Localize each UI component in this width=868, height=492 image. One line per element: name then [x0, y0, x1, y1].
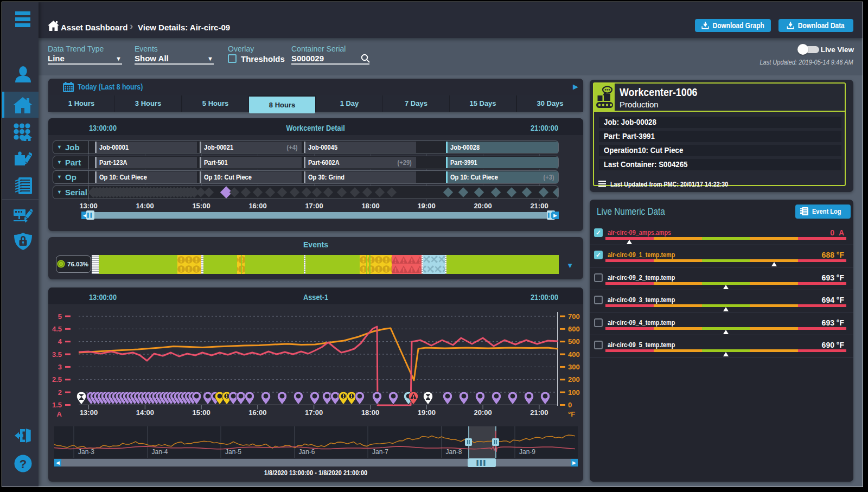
svg-text:700: 700 [568, 312, 580, 321]
svg-text:Jan-7: Jan-7 [372, 448, 388, 456]
svg-text:3.5: 3.5 [52, 350, 62, 359]
svg-text:Jan-5: Jan-5 [225, 448, 241, 456]
svg-text:16:00: 16:00 [248, 408, 266, 417]
svg-text:15:00: 15:00 [192, 408, 210, 417]
svg-text:500: 500 [568, 337, 580, 346]
svg-text:600: 600 [568, 325, 580, 333]
svg-text:21:00: 21:00 [530, 408, 548, 417]
svg-text:Jan-3: Jan-3 [78, 448, 94, 456]
svg-text:3: 3 [58, 363, 62, 371]
svg-text:5: 5 [58, 312, 62, 321]
svg-text:Jan-4: Jan-4 [152, 448, 168, 456]
svg-text:4: 4 [58, 337, 62, 346]
svg-text:300: 300 [568, 363, 580, 371]
svg-text:17:00: 17:00 [305, 408, 323, 417]
svg-text:2: 2 [58, 388, 62, 397]
svg-text:Jan-9: Jan-9 [519, 448, 535, 456]
svg-text:°F: °F [568, 410, 575, 418]
svg-text:2.5: 2.5 [52, 375, 62, 384]
svg-text:19:00: 19:00 [418, 408, 436, 417]
svg-text:1.5: 1.5 [52, 401, 62, 409]
svg-text:Jan-6: Jan-6 [299, 448, 315, 456]
svg-text:200: 200 [568, 375, 580, 384]
svg-text:?: ? [20, 457, 27, 471]
svg-text:20:00: 20:00 [474, 408, 492, 417]
svg-text:100: 100 [568, 388, 580, 397]
svg-text:4.5: 4.5 [52, 325, 62, 333]
svg-text:13:00: 13:00 [80, 408, 98, 417]
svg-text:Jan-8: Jan-8 [446, 448, 462, 456]
svg-text:18:00: 18:00 [361, 408, 379, 417]
svg-text:0: 0 [568, 401, 572, 409]
svg-text:400: 400 [568, 350, 580, 359]
svg-text:14:00: 14:00 [136, 408, 154, 417]
svg-text:A: A [57, 410, 62, 418]
